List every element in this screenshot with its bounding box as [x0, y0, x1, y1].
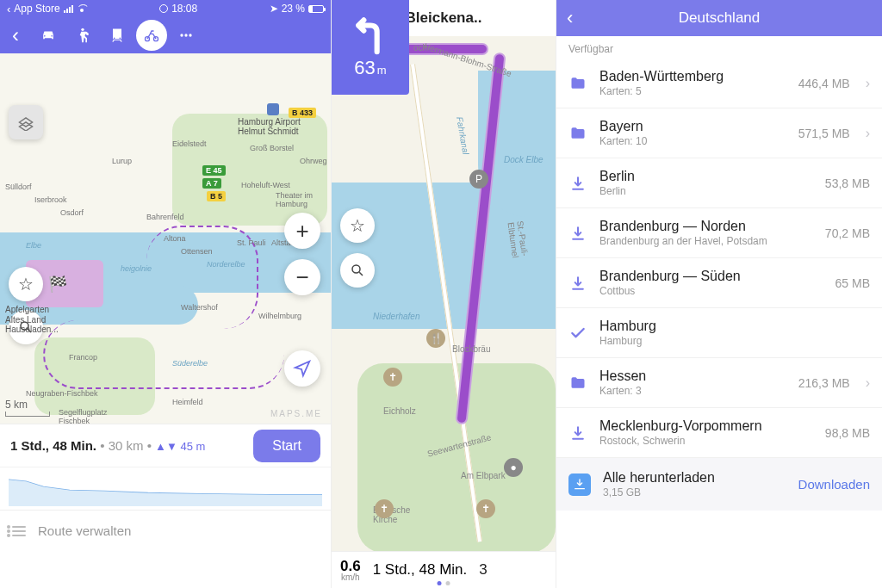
folder-icon	[568, 374, 587, 392]
water-label: Niederhafen	[373, 312, 419, 321]
town-label: Bahrenfeld	[146, 213, 184, 221]
region-subtitle: Hamburg	[599, 335, 858, 347]
water-label: Dock Elbe	[504, 155, 543, 164]
map-region-row[interactable]: Brandenburg — NordenBrandenburg an der H…	[556, 208, 882, 258]
map-region-row[interactable]: Brandenburg — SüdenCottbus65 MB	[556, 258, 882, 308]
download-maps-pane: ‹ Deutschland Verfügbar Baden-Württember…	[556, 0, 882, 588]
back-button[interactable]: ‹	[567, 7, 573, 29]
route-duration: 1 Std., 48 Min.	[10, 438, 96, 453]
manage-route-label: Route verwalten	[38, 523, 131, 538]
region-subtitle: Rostock, Schwerin	[599, 435, 813, 447]
region-size: 571,5 MB	[798, 127, 850, 140]
region-subtitle: Karten: 3	[599, 385, 786, 397]
download-list: Baden-WürttembergKarten: 5446,4 MB›Bayer…	[556, 59, 882, 458]
poi-marker-icon[interactable]: ●	[504, 458, 523, 477]
region-name: Mecklenburg-Vorpommern	[599, 418, 813, 434]
town-label: Francop	[69, 353, 97, 362]
section-label: Verfügbar	[556, 36, 882, 59]
map-watermark: MAPS.ME	[270, 409, 322, 418]
poi-church-icon[interactable]: ✝	[383, 368, 402, 387]
poi-church-icon[interactable]: ✝	[375, 499, 394, 518]
poi-marker-icon[interactable]: P	[469, 170, 488, 189]
download-all-icon	[568, 473, 591, 496]
manage-route-button[interactable]: Route verwalten	[0, 510, 331, 551]
map-region-row[interactable]: HamburgHamburg	[556, 308, 882, 358]
map-region-row[interactable]: BayernKarten: 10571,5 MB›	[556, 108, 882, 158]
poi-label: Blockbräu	[452, 344, 490, 354]
town-label: Wilhelmburg	[258, 312, 301, 320]
download-icon	[568, 275, 587, 292]
zoom-out-button[interactable]: −	[284, 259, 320, 295]
eta-duration: 1 Std., 48 Min.	[373, 561, 468, 579]
turn-unit: m	[377, 64, 387, 77]
region-name: Hamburg	[599, 319, 858, 334]
header-title: Deutschland	[679, 9, 761, 27]
folder-icon	[568, 125, 587, 142]
download-icon	[568, 424, 587, 442]
mode-transit[interactable]	[102, 20, 133, 51]
battery-percent: 23 %	[282, 3, 305, 15]
river-label: Norderelbe	[207, 260, 245, 269]
chevron-right-icon: ›	[866, 76, 870, 91]
clock-icon	[159, 4, 168, 13]
svg-point-5	[189, 34, 191, 36]
map-region-row[interactable]: HessenKarten: 3216,3 MB›	[556, 358, 882, 408]
town-label: Neugraben-Fischbek	[26, 389, 98, 398]
route-distance: 30 km	[109, 438, 144, 453]
chevron-right-icon: ›	[866, 375, 870, 391]
download-icon	[568, 175, 587, 192]
locate-me-button[interactable]	[284, 350, 320, 387]
map-region-row[interactable]: Mecklenburg-VorpommernRostock, Schwerin9…	[556, 408, 882, 458]
map-region-row[interactable]: Baden-WürttembergKarten: 5446,4 MB›	[556, 59, 882, 108]
back-button[interactable]: ‹	[9, 23, 22, 47]
poi-church-icon[interactable]: ✝	[476, 499, 495, 518]
remaining-distance: 3	[479, 561, 487, 579]
chevron-right-icon: ›	[866, 126, 870, 141]
town-label: Lurup	[112, 157, 132, 165]
mode-bike[interactable]	[136, 20, 167, 51]
map-region-row[interactable]: BerlinBerlin53,8 MB	[556, 158, 882, 208]
back-to-app[interactable]: App Store	[14, 3, 59, 15]
poi-restaurant-icon[interactable]: 🍴	[426, 329, 445, 348]
town-label: Heimfeld	[172, 398, 203, 406]
map-canvas[interactable]: Hamburg Airport Helmut Schmidt E 45 A 7 …	[0, 53, 331, 424]
navigation-map[interactable]: och Hermann-Blohm-Straße Fahrkanal Dock …	[332, 36, 556, 551]
download-all-size: 3,15 GB	[603, 486, 786, 498]
ios-status-bar: ‹ App Store 18:08 ➤ 23 %	[0, 0, 331, 17]
download-all-button[interactable]: Downloaden	[798, 477, 870, 492]
town-label: Osdorf	[60, 208, 84, 217]
layers-button[interactable]	[9, 105, 43, 139]
location-arrow-icon: ➤	[270, 3, 278, 15]
elevation-chart[interactable]	[0, 467, 331, 510]
region-name: Hessen	[599, 368, 786, 384]
region-subtitle: Karten: 10	[599, 135, 786, 147]
region-subtitle: Karten: 5	[599, 85, 786, 97]
mode-walk[interactable]	[67, 20, 98, 51]
town-label: Sülldorf	[5, 183, 32, 191]
map-scale: 5 km	[5, 399, 50, 417]
mode-taxi[interactable]	[171, 20, 202, 51]
highway-badge: B 5	[207, 191, 226, 201]
poi-label: Apfelgarten Altes Land Hauseladen...	[5, 305, 59, 335]
zoom-in-button[interactable]: +	[284, 213, 320, 249]
town-label: Waltershof	[181, 303, 218, 312]
signal-icon	[64, 5, 73, 13]
region-name: Brandenburg — Süden	[599, 269, 823, 284]
region-subtitle: Brandenburg an der Havel, Potsdam	[599, 235, 813, 247]
town-label: Iserbrook	[34, 195, 67, 204]
bookmark-button[interactable]: ☆	[340, 208, 375, 243]
town-label: Groß Borstel	[250, 144, 294, 152]
search-button[interactable]	[340, 253, 375, 288]
mode-car[interactable]	[33, 20, 64, 51]
region-size: 53,8 MB	[825, 176, 870, 190]
status-time: 18:08	[171, 3, 197, 15]
region-subtitle: Cottbus	[599, 285, 823, 297]
svg-point-3	[180, 34, 183, 36]
start-button[interactable]: Start	[253, 430, 320, 462]
page-dots[interactable]	[438, 581, 450, 585]
transport-mode-bar: ‹	[0, 17, 331, 53]
destination-flag-icon: 🏁	[48, 275, 67, 294]
bookmark-button[interactable]: ☆	[9, 267, 43, 301]
town-label: Ottensen	[181, 247, 213, 256]
download-all-row: Alle herunterladen 3,15 GB Downloaden	[556, 458, 882, 511]
